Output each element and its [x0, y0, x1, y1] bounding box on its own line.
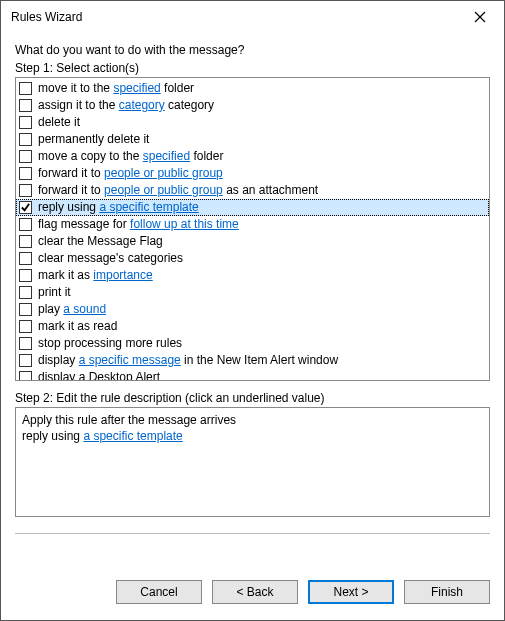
action-label: clear the Message Flag	[38, 233, 163, 250]
rules-wizard-window: Rules Wizard What do you want to do with…	[0, 0, 505, 621]
action-row[interactable]: display a specific message in the New It…	[16, 352, 489, 369]
action-checkbox[interactable]	[19, 201, 32, 214]
action-label: permanently delete it	[38, 131, 149, 148]
action-row[interactable]: assign it to the category category	[16, 97, 489, 114]
action-checkbox[interactable]	[19, 218, 32, 231]
action-checkbox[interactable]	[19, 337, 32, 350]
action-label: forward it to people or public group	[38, 165, 223, 182]
action-label: display a specific message in the New It…	[38, 352, 338, 369]
action-label: forward it to people or public group as …	[38, 182, 318, 199]
action-row[interactable]: clear the Message Flag	[16, 233, 489, 250]
action-checkbox[interactable]	[19, 252, 32, 265]
action-row[interactable]: display a Desktop Alert	[16, 369, 489, 381]
template-link[interactable]: a specific template	[83, 429, 182, 443]
action-label: print it	[38, 284, 71, 301]
action-checkbox[interactable]	[19, 133, 32, 146]
action-label: clear message's categories	[38, 250, 183, 267]
description-line-1: Apply this rule after the message arrive…	[22, 412, 483, 428]
action-link[interactable]: people or public group	[104, 166, 223, 180]
action-row[interactable]: mark it as read	[16, 318, 489, 335]
action-link[interactable]: category	[119, 98, 165, 112]
action-row[interactable]: permanently delete it	[16, 131, 489, 148]
action-row[interactable]: reply using a specific template	[16, 199, 489, 216]
action-row[interactable]: delete it	[16, 114, 489, 131]
action-checkbox[interactable]	[19, 82, 32, 95]
button-bar: Cancel < Back Next > Finish	[1, 566, 504, 620]
footer-separator	[15, 533, 490, 535]
close-icon	[474, 11, 486, 23]
action-label: delete it	[38, 114, 80, 131]
action-row[interactable]: play a sound	[16, 301, 489, 318]
cancel-button[interactable]: Cancel	[116, 580, 202, 604]
titlebar: Rules Wizard	[1, 1, 504, 33]
action-row[interactable]: flag message for follow up at this time	[16, 216, 489, 233]
action-label: reply using a specific template	[38, 199, 199, 216]
action-row[interactable]: print it	[16, 284, 489, 301]
step1-label: Step 1: Select action(s)	[15, 61, 490, 75]
action-link[interactable]: a sound	[63, 302, 106, 316]
action-checkbox[interactable]	[19, 354, 32, 367]
action-link[interactable]: specified	[113, 81, 160, 95]
actions-list[interactable]: move it to the specified folderassign it…	[15, 77, 490, 381]
action-checkbox[interactable]	[19, 235, 32, 248]
action-label: mark it as importance	[38, 267, 153, 284]
step2-label: Step 2: Edit the rule description (click…	[15, 391, 490, 405]
action-checkbox[interactable]	[19, 150, 32, 163]
window-title: Rules Wizard	[11, 10, 460, 24]
action-checkbox[interactable]	[19, 116, 32, 129]
action-checkbox[interactable]	[19, 371, 32, 381]
action-link[interactable]: specified	[143, 149, 190, 163]
action-link[interactable]: a specific message	[79, 353, 181, 367]
action-label: play a sound	[38, 301, 106, 318]
action-checkbox[interactable]	[19, 167, 32, 180]
action-label: display a Desktop Alert	[38, 369, 160, 381]
finish-button[interactable]: Finish	[404, 580, 490, 604]
action-link[interactable]: follow up at this time	[130, 217, 239, 231]
action-checkbox[interactable]	[19, 320, 32, 333]
description-line-2: reply using a specific template	[22, 428, 483, 444]
action-label: move it to the specified folder	[38, 80, 194, 97]
action-row[interactable]: stop processing more rules	[16, 335, 489, 352]
action-label: mark it as read	[38, 318, 117, 335]
action-row[interactable]: forward it to people or public group as …	[16, 182, 489, 199]
back-button[interactable]: < Back	[212, 580, 298, 604]
action-link[interactable]: people or public group	[104, 183, 223, 197]
action-checkbox[interactable]	[19, 286, 32, 299]
action-row[interactable]: clear message's categories	[16, 250, 489, 267]
next-button[interactable]: Next >	[308, 580, 394, 604]
close-button[interactable]	[460, 3, 500, 31]
question-text: What do you want to do with the message?	[15, 43, 490, 57]
rule-description-box[interactable]: Apply this rule after the message arrive…	[15, 407, 490, 517]
dialog-body: What do you want to do with the message?…	[1, 33, 504, 566]
action-label: move a copy to the specified folder	[38, 148, 223, 165]
action-link[interactable]: importance	[93, 268, 152, 282]
action-row[interactable]: move a copy to the specified folder	[16, 148, 489, 165]
action-checkbox[interactable]	[19, 269, 32, 282]
action-label: assign it to the category category	[38, 97, 214, 114]
action-checkbox[interactable]	[19, 184, 32, 197]
action-label: flag message for follow up at this time	[38, 216, 239, 233]
action-checkbox[interactable]	[19, 303, 32, 316]
action-label: stop processing more rules	[38, 335, 182, 352]
action-row[interactable]: forward it to people or public group	[16, 165, 489, 182]
action-row[interactable]: move it to the specified folder	[16, 80, 489, 97]
action-link[interactable]: a specific template	[99, 200, 198, 214]
action-checkbox[interactable]	[19, 99, 32, 112]
action-row[interactable]: mark it as importance	[16, 267, 489, 284]
